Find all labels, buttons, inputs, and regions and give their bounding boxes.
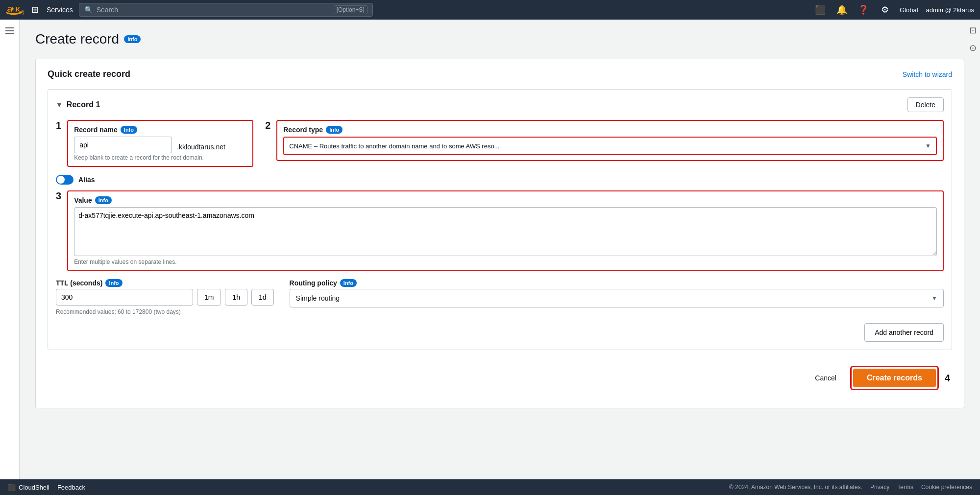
ttl-label: TTL (seconds) Info bbox=[56, 279, 274, 287]
record-1-header-left: ▼ Record 1 bbox=[56, 100, 100, 109]
page-info-badge[interactable]: Info bbox=[124, 35, 141, 43]
create-records-btn-wrapper: Create records bbox=[850, 366, 939, 390]
create-records-button[interactable]: Create records bbox=[853, 369, 936, 387]
main-content: Create record Info Quick create record S… bbox=[20, 20, 980, 495]
record-name-domain: .kkloudtarus.net bbox=[177, 139, 225, 151]
ttl-1h-button[interactable]: 1h bbox=[225, 289, 247, 306]
alias-toggle[interactable] bbox=[56, 175, 74, 185]
card-header: Quick create record Switch to wizard bbox=[48, 69, 952, 79]
settings-icon[interactable]: ⚙ bbox=[878, 3, 892, 17]
step-4-badge: 4 bbox=[945, 373, 950, 384]
routing-policy-info[interactable]: Info bbox=[340, 279, 357, 287]
hamburger-line bbox=[5, 30, 14, 31]
cloudshell-link[interactable]: ⬛ CloudShell bbox=[8, 484, 49, 491]
ttl-section: TTL (seconds) Info 1m 1h 1d Recommended … bbox=[56, 279, 274, 315]
hamburger-line bbox=[5, 33, 14, 34]
region-selector[interactable]: Global bbox=[900, 6, 918, 14]
page-header: Create record Info bbox=[35, 31, 964, 47]
sidebar-toggle[interactable] bbox=[2, 24, 17, 38]
bell-icon[interactable]: 🔔 bbox=[835, 3, 849, 17]
alias-row: Alias bbox=[56, 175, 944, 185]
record-name-input[interactable] bbox=[74, 137, 172, 153]
step-1-badge: 1 bbox=[56, 120, 61, 131]
value-label: Value Info bbox=[74, 196, 937, 204]
grid-icon[interactable]: ⊞ bbox=[29, 2, 41, 17]
add-another-record-button[interactable]: Add another record bbox=[864, 323, 944, 342]
alias-label: Alias bbox=[78, 176, 95, 184]
ttl-1m-button[interactable]: 1m bbox=[197, 289, 221, 306]
feedback-link[interactable]: Feedback bbox=[57, 484, 85, 491]
aws-logo[interactable] bbox=[6, 4, 24, 16]
page-title: Create record bbox=[35, 31, 119, 47]
record-type-info[interactable]: Info bbox=[326, 126, 343, 134]
routing-policy-arrow-icon: ▼ bbox=[931, 295, 937, 302]
ttl-input-row: 1m 1h 1d bbox=[56, 289, 274, 306]
cookie-preferences-link[interactable]: Cookie preferences bbox=[921, 484, 972, 491]
switch-wizard-link[interactable]: Switch to wizard bbox=[903, 71, 952, 78]
right-sidebar-icon-1[interactable]: ⊡ bbox=[966, 24, 980, 37]
cancel-button[interactable]: Cancel bbox=[807, 370, 844, 386]
card-title: Quick create record bbox=[48, 69, 130, 79]
step-3-badge: 3 bbox=[56, 190, 61, 202]
chevron-down-icon: ▼ bbox=[56, 101, 63, 109]
record-name-label: Record name Info bbox=[74, 126, 246, 134]
terminal-icon[interactable]: ⬛ bbox=[813, 3, 827, 17]
record-1-section: ▼ Record 1 Delete 1 Record name Info bbox=[48, 89, 952, 350]
search-input[interactable] bbox=[97, 6, 330, 14]
record-type-select[interactable]: CNAME – Routes traffic to another domain… bbox=[283, 137, 937, 155]
toggle-knob bbox=[57, 176, 65, 184]
bottom-bar-right: © 2024, Amazon Web Services, Inc. or its… bbox=[729, 484, 972, 491]
record-name-info[interactable]: Info bbox=[121, 126, 137, 134]
search-shortcut: [Option+S] bbox=[334, 5, 368, 14]
record-1-title: Record 1 bbox=[67, 100, 100, 109]
sidebar-left bbox=[0, 20, 20, 495]
top-navigation: ⊞ Services 🔍 [Option+S] ⬛ 🔔 ❓ ⚙ Global a… bbox=[0, 0, 980, 20]
nav-right: ⬛ 🔔 ❓ ⚙ Global admin @ 2ktarus bbox=[813, 3, 974, 17]
search-bar[interactable]: 🔍 [Option+S] bbox=[79, 3, 373, 17]
privacy-link[interactable]: Privacy bbox=[870, 484, 889, 491]
page-layout: Create record Info Quick create record S… bbox=[0, 0, 980, 495]
record-1-header: ▼ Record 1 Delete bbox=[56, 97, 944, 112]
account-menu[interactable]: admin @ 2ktarus bbox=[926, 6, 974, 14]
ttl-hint: Recommended values: 60 to 172800 (two da… bbox=[56, 308, 274, 315]
routing-policy-value: Simple routing bbox=[296, 294, 340, 302]
value-hint: Enter multiple values on separate lines. bbox=[74, 259, 937, 265]
copyright-text: © 2024, Amazon Web Services, Inc. or its… bbox=[729, 484, 862, 491]
ttl-routing-row: TTL (seconds) Info 1m 1h 1d Recommended … bbox=[56, 279, 944, 315]
ttl-input[interactable] bbox=[56, 289, 193, 306]
ttl-1d-button[interactable]: 1d bbox=[251, 289, 274, 306]
record-type-value: CNAME – Routes traffic to another domain… bbox=[289, 142, 921, 150]
terminal-small-icon: ⬛ bbox=[8, 484, 16, 491]
services-link[interactable]: Services bbox=[47, 6, 73, 14]
hamburger-line bbox=[5, 27, 14, 28]
bottom-action-bar: Cancel Create records 4 bbox=[48, 358, 952, 398]
value-info[interactable]: Info bbox=[95, 196, 112, 204]
record-type-label: Record type Info bbox=[283, 126, 937, 134]
terms-link[interactable]: Terms bbox=[897, 484, 913, 491]
record-type-arrow-icon: ▼ bbox=[925, 142, 931, 149]
sidebar-right: ⊡ ⊙ bbox=[965, 20, 980, 495]
step-2-badge: 2 bbox=[265, 120, 270, 131]
ttl-info[interactable]: Info bbox=[105, 279, 122, 287]
value-textarea[interactable] bbox=[74, 207, 937, 256]
routing-policy-section: Routing policy Info Simple routing ▼ bbox=[290, 279, 944, 307]
record-actions: Add another record bbox=[56, 323, 944, 342]
routing-policy-select[interactable]: Simple routing ▼ bbox=[290, 289, 944, 307]
routing-policy-label: Routing policy Info bbox=[290, 279, 944, 287]
search-icon: 🔍 bbox=[84, 6, 93, 14]
right-sidebar-icon-2[interactable]: ⊙ bbox=[966, 41, 980, 55]
record-name-hint: Keep blank to create a record for the ro… bbox=[74, 154, 246, 161]
quick-create-card: Quick create record Switch to wizard ▼ R… bbox=[35, 59, 964, 408]
bottom-bar: ⬛ CloudShell Feedback © 2024, Amazon Web… bbox=[0, 479, 980, 495]
help-icon[interactable]: ❓ bbox=[857, 3, 870, 17]
delete-button[interactable]: Delete bbox=[907, 97, 944, 112]
